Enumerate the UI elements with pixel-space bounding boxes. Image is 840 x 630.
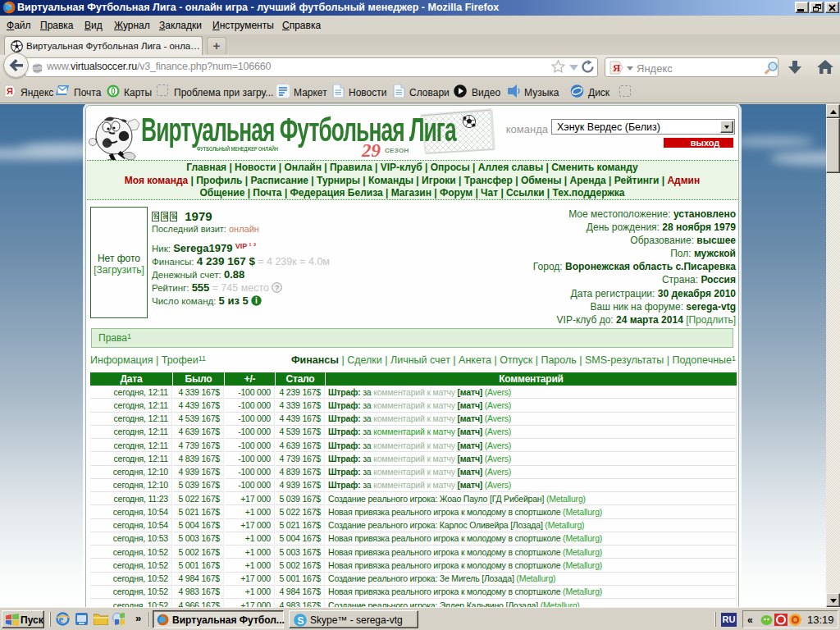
svg-text:?: ?: [275, 284, 279, 292]
svg-text:S: S: [298, 615, 304, 627]
svg-text:e: e: [59, 613, 64, 625]
svg-text:Я: Я: [7, 86, 13, 96]
svg-text:Я: Я: [613, 62, 621, 74]
svg-text:i: i: [255, 296, 258, 305]
